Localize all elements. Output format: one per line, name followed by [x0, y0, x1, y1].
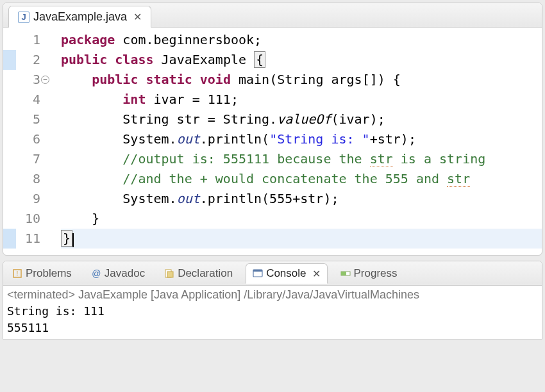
- svg-text:!: !: [17, 270, 19, 277]
- code-line: String str = String.valueOf(ivar);: [61, 110, 542, 129]
- editor-tabs: J JavaExample.java ✕: [3, 3, 542, 28]
- code-line: System.out.println(555+str);: [61, 189, 542, 209]
- tab-label: Problems: [26, 267, 72, 280]
- progress-icon: [340, 268, 351, 279]
- close-icon[interactable]: ✕: [133, 11, 142, 23]
- file-tab-label: JavaExample.java: [33, 10, 127, 24]
- console-output[interactable]: String is: 111 555111: [7, 303, 538, 336]
- code-line: //and the + would concatenate the 555 an…: [61, 169, 542, 189]
- svg-text:@: @: [92, 268, 101, 279]
- editor-pane: J JavaExample.java ✕ 1 2 3− 4 5 6 7: [3, 3, 542, 256]
- code-line: System.out.println("String is: "+str);: [61, 129, 542, 149]
- gutter-margin: [3, 30, 16, 249]
- console-body: <terminated> JavaExample [Java Applicati…: [3, 286, 542, 339]
- code-line: package com.beginnersbook;: [61, 30, 542, 50]
- tab-progress[interactable]: Progress: [334, 264, 404, 283]
- code-editor[interactable]: 1 2 3− 4 5 6 7 8 9 10 11 package com.beg…: [3, 28, 542, 255]
- code-line: public static void main(String args[]) {: [61, 70, 542, 90]
- tab-problems[interactable]: ! Problems: [6, 264, 78, 283]
- text-cursor: [72, 233, 74, 247]
- javadoc-icon: @: [91, 268, 101, 279]
- svg-rect-4: [167, 272, 173, 277]
- console-icon: [253, 268, 263, 279]
- file-tab[interactable]: J JavaExample.java ✕: [8, 6, 151, 28]
- tab-javadoc[interactable]: @ Javadoc: [85, 264, 151, 283]
- console-status: <terminated> JavaExample [Java Applicati…: [7, 288, 538, 302]
- code-line: }: [61, 229, 542, 249]
- fold-toggle-icon[interactable]: −: [41, 76, 49, 84]
- tab-label: Declaration: [178, 267, 233, 280]
- problems-icon: !: [12, 268, 22, 279]
- java-file-icon: J: [18, 12, 29, 23]
- matched-brace: }: [61, 230, 72, 247]
- code-line: public class JavaExample {: [61, 50, 542, 70]
- view-tabs: ! Problems @ Javadoc Declaration Console…: [3, 261, 542, 286]
- tab-console[interactable]: Console ✕: [246, 263, 327, 284]
- close-icon[interactable]: ✕: [312, 268, 321, 280]
- svg-rect-6: [253, 270, 262, 272]
- code-lines[interactable]: package com.beginnersbook; public class …: [47, 30, 542, 249]
- tab-label: Console: [266, 267, 306, 280]
- svg-rect-8: [341, 272, 346, 275]
- tab-label: Javadoc: [105, 267, 145, 280]
- tab-label: Progress: [354, 267, 398, 280]
- tab-declaration[interactable]: Declaration: [158, 264, 239, 283]
- declaration-icon: [164, 268, 174, 279]
- code-line: int ivar = 111;: [61, 90, 542, 110]
- code-line: }: [61, 209, 542, 229]
- matched-brace: {: [254, 51, 265, 68]
- code-line: //output is: 555111 because the str is a…: [61, 149, 542, 169]
- bottom-pane: ! Problems @ Javadoc Declaration Console…: [3, 261, 542, 339]
- line-numbers: 1 2 3− 4 5 6 7 8 9 10 11: [16, 30, 47, 249]
